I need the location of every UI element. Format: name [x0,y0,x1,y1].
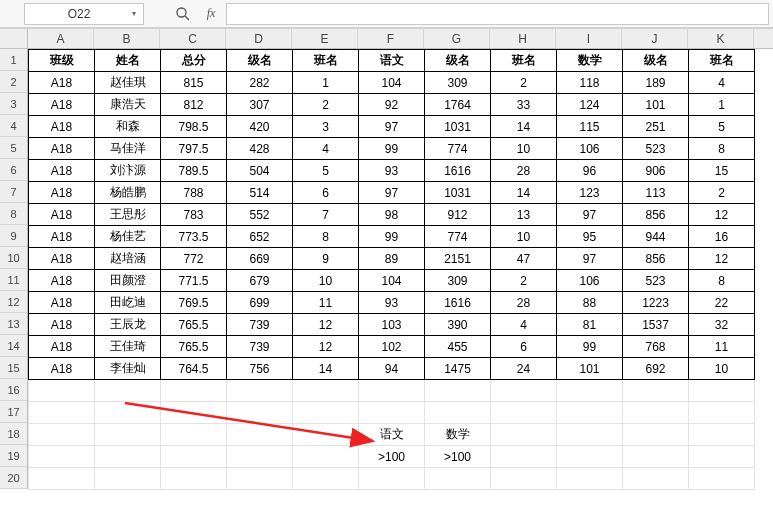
cell[interactable]: 912 [425,204,491,226]
cell[interactable]: 97 [359,116,425,138]
cell[interactable] [95,468,161,490]
cell[interactable]: 514 [227,182,293,204]
row-header[interactable]: 6 [0,159,27,181]
cell[interactable]: 12 [293,336,359,358]
cell[interactable] [557,468,623,490]
row-header[interactable]: 20 [0,467,27,489]
cell[interactable]: 李佳灿 [95,358,161,380]
cell[interactable]: A18 [29,160,95,182]
cell[interactable]: 788 [161,182,227,204]
cell[interactable]: 级名 [623,50,689,72]
cell[interactable] [557,380,623,402]
cell[interactable]: 10 [491,226,557,248]
cell[interactable] [359,468,425,490]
row-header[interactable]: 11 [0,269,27,291]
cell[interactable]: 10 [491,138,557,160]
cell[interactable]: 语文 [359,50,425,72]
cell[interactable]: >100 [425,446,491,468]
cell[interactable]: 769.5 [161,292,227,314]
cell[interactable]: 504 [227,160,293,182]
cell[interactable]: 5 [293,160,359,182]
cell[interactable]: 428 [227,138,293,160]
cell[interactable] [227,380,293,402]
column-header[interactable]: J [622,29,688,48]
cell[interactable]: 124 [557,94,623,116]
cell[interactable]: 97 [359,182,425,204]
cell[interactable]: 97 [557,248,623,270]
cell[interactable]: 756 [227,358,293,380]
cell[interactable]: 99 [359,226,425,248]
cell[interactable] [491,402,557,424]
cell[interactable]: A18 [29,72,95,94]
cell[interactable]: 9 [293,248,359,270]
cell[interactable]: 652 [227,226,293,248]
cell[interactable]: 2 [293,94,359,116]
cell[interactable]: 523 [623,138,689,160]
cell[interactable]: 739 [227,336,293,358]
row-header[interactable]: 17 [0,401,27,423]
cell[interactable]: 798.5 [161,116,227,138]
cell[interactable]: 856 [623,248,689,270]
cell[interactable]: 93 [359,160,425,182]
column-header[interactable]: F [358,29,424,48]
cell[interactable]: 98 [359,204,425,226]
chevron-down-icon[interactable]: ▾ [129,9,139,19]
cell[interactable]: >100 [359,446,425,468]
cell[interactable]: 14 [491,182,557,204]
name-box[interactable]: O22 ▾ [24,3,144,25]
cell[interactable] [95,380,161,402]
cell[interactable]: 班名 [689,50,755,72]
cell[interactable]: 1 [689,94,755,116]
cell[interactable]: 1223 [623,292,689,314]
cell[interactable]: 13 [491,204,557,226]
cell[interactable]: A18 [29,358,95,380]
cell[interactable]: 552 [227,204,293,226]
cell[interactable]: 8 [689,138,755,160]
cell[interactable]: 104 [359,270,425,292]
cell[interactable]: 12 [689,204,755,226]
cell[interactable]: 4 [491,314,557,336]
cell[interactable]: 773.5 [161,226,227,248]
cell[interactable] [491,446,557,468]
cell[interactable]: 309 [425,72,491,94]
cell[interactable]: 王佳琦 [95,336,161,358]
cell[interactable]: 101 [557,358,623,380]
cell[interactable]: 语文 [359,424,425,446]
cell[interactable]: 768 [623,336,689,358]
cell[interactable] [227,424,293,446]
cell[interactable] [293,380,359,402]
cell[interactable]: 6 [491,336,557,358]
cell[interactable]: 99 [557,336,623,358]
cell[interactable] [491,424,557,446]
cell[interactable]: 28 [491,292,557,314]
cell[interactable]: 16 [689,226,755,248]
cell[interactable] [161,424,227,446]
row-header[interactable]: 3 [0,93,27,115]
cell[interactable]: 455 [425,336,491,358]
cell[interactable]: 251 [623,116,689,138]
cell[interactable]: A18 [29,292,95,314]
cell[interactable]: 669 [227,248,293,270]
cell[interactable]: 856 [623,204,689,226]
column-header[interactable]: A [28,29,94,48]
formula-input[interactable] [226,3,769,25]
column-header[interactable]: H [490,29,556,48]
cell[interactable]: 189 [623,72,689,94]
cell[interactable]: 级名 [425,50,491,72]
cell[interactable]: 田屹迪 [95,292,161,314]
zoom-icon[interactable] [174,5,192,23]
cell[interactable]: 118 [557,72,623,94]
cell[interactable]: A18 [29,336,95,358]
cell[interactable] [491,380,557,402]
cell[interactable]: 12 [689,248,755,270]
cell[interactable] [29,402,95,424]
cell[interactable]: 田颜澄 [95,270,161,292]
cell[interactable]: 94 [359,358,425,380]
cell[interactable]: 97 [557,204,623,226]
cell[interactable] [227,402,293,424]
cell[interactable]: 2 [689,182,755,204]
cell[interactable] [359,380,425,402]
cell[interactable]: 115 [557,116,623,138]
cell[interactable]: 4 [689,72,755,94]
cell[interactable] [689,468,755,490]
